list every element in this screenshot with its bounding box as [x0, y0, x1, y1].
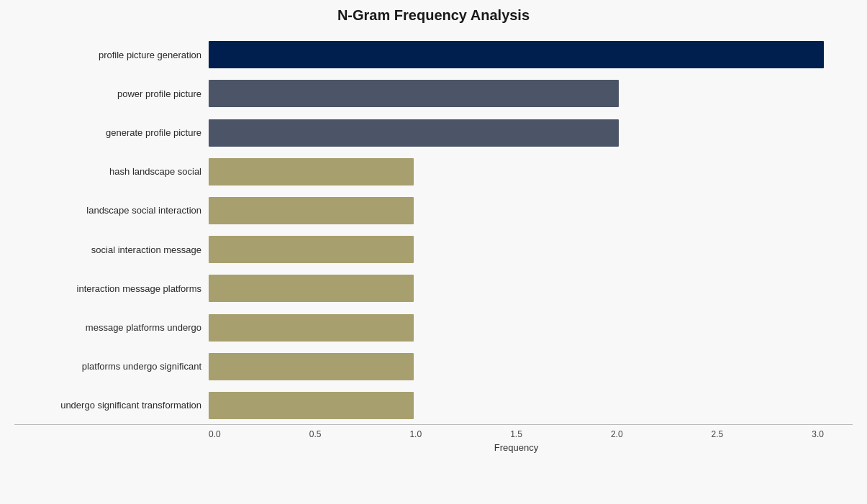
bar-label: interaction message platforms — [14, 283, 201, 294]
x-tick-label: 3.0 — [812, 429, 824, 439]
bar-row: undergo significant transformation — [209, 386, 824, 425]
bar — [209, 158, 414, 185]
bar — [209, 392, 414, 419]
bar-row: message platforms undergo — [209, 308, 824, 347]
bar-label: generate profile picture — [14, 127, 201, 138]
bar-label: power profile picture — [14, 88, 201, 99]
chart-container: N-Gram Frequency Analysis profile pictur… — [0, 0, 867, 504]
bar-label: message platforms undergo — [14, 322, 201, 333]
bar — [209, 236, 414, 263]
x-tick-label: 1.5 — [510, 429, 522, 439]
bar — [209, 41, 824, 68]
x-axis-labels: 0.00.51.01.52.02.53.0 — [14, 429, 853, 439]
bar-label: platforms undergo significant — [14, 361, 201, 372]
bar — [209, 353, 414, 380]
bar-label: social interaction message — [14, 244, 201, 255]
bar-row: hash landscape social — [209, 152, 824, 191]
x-axis-title: Frequency — [14, 442, 853, 453]
x-tick-label: 1.0 — [409, 429, 422, 439]
bar — [209, 197, 414, 224]
bar — [209, 80, 619, 107]
bars-section: profile picture generationpower profile … — [14, 35, 853, 425]
bar-row: power profile picture — [209, 74, 824, 113]
bar-label: landscape social interaction — [14, 205, 201, 216]
chart-title: N-Gram Frequency Analysis — [337, 7, 530, 24]
bar — [209, 119, 619, 147]
bar-label: undergo significant transformation — [14, 400, 201, 411]
bar-row: social interaction message — [209, 230, 824, 269]
x-tick-label: 0.0 — [209, 429, 221, 439]
bar-row: interaction message platforms — [209, 269, 824, 308]
bar-row: platforms undergo significant — [209, 347, 824, 386]
x-tick-label: 2.0 — [611, 429, 623, 439]
x-tick-label: 2.5 — [712, 429, 724, 439]
bar-label: profile picture generation — [14, 50, 201, 60]
x-tick-label: 0.5 — [309, 429, 322, 439]
bar — [209, 314, 414, 342]
bar-row: profile picture generation — [209, 35, 824, 74]
bar-label: hash landscape social — [14, 166, 201, 177]
bar-row: landscape social interaction — [209, 191, 824, 230]
bar — [209, 275, 414, 302]
bar-row: generate profile picture — [209, 113, 824, 152]
